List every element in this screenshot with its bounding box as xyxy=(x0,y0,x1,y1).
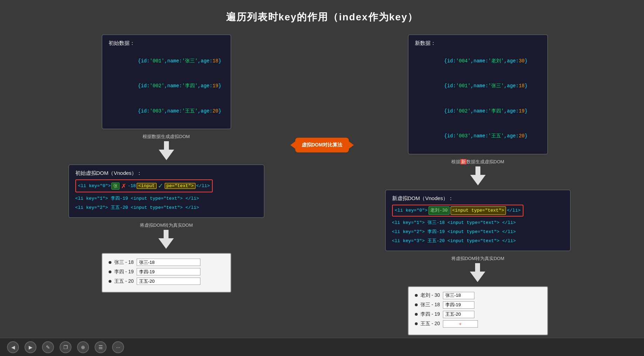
arrow1-left-label: 根据数据生成虚拟DOM xyxy=(143,134,190,140)
middle-comparison: 虚拟DOM对比算法 xyxy=(290,138,354,152)
dom-input-right-3[interactable] xyxy=(443,320,478,328)
dom-text-right-3: 王五 - 20 xyxy=(420,321,440,327)
arrow-shape-right-2 xyxy=(470,272,485,282)
red-char: 新 xyxy=(460,159,466,164)
dom-text-0: 张三 - 18 xyxy=(114,259,134,266)
right-vdom-box: 新虚拟DOM（Vnodes）： <li key="0"> 老刘-30 <inpu… xyxy=(385,190,571,251)
initial-data-line-1: {id:'002',name:'李四',age:19} xyxy=(109,74,224,98)
arrow1-right-label: 根据新数据生成虚拟DOM xyxy=(451,159,504,165)
dom-text-right-0: 老刘 - 30 xyxy=(420,292,440,299)
initial-data-box: 初始数据： {id:'001',name:'张三',age:18} {id:'0… xyxy=(102,34,231,129)
initial-data-line-2: {id:'003',name:'王五',age:20} xyxy=(109,99,224,124)
dom-input-2[interactable] xyxy=(137,278,200,285)
vdom-input-span: <input xyxy=(137,183,157,189)
dom-row-left-1: 李四 - 19 xyxy=(109,268,224,275)
right-vdom-name: 老刘-30 xyxy=(429,206,449,215)
right-vdom-title: 新虚拟DOM（Vnodes）： xyxy=(392,195,564,202)
initial-data-line-0: {id:'001',name:'张三',age:18} xyxy=(109,49,224,74)
right-vdom-input: <input type="text"> xyxy=(451,206,506,215)
comparison-text: 虚拟DOM对比算法 xyxy=(302,142,343,148)
dom-text-2: 王五 - 20 xyxy=(114,278,134,285)
new-data-line-1: {id:'001',name:'张三',age:18} xyxy=(415,74,541,98)
dom-row-right-0: 老刘 - 30 xyxy=(415,292,541,299)
right-vdom-li: <li key="0"> xyxy=(395,207,428,214)
new-data-title-text: 新数据： xyxy=(415,40,436,46)
bullet-right-0 xyxy=(415,294,418,297)
bullet-0 xyxy=(109,261,111,264)
prev-icon: ◀ xyxy=(11,344,15,350)
left-vdom-box: 初始虚拟DOM（Vnodes）： <li key="0"> 张 ✗ -18 <i… xyxy=(68,164,265,218)
next-icon: ▶ xyxy=(29,344,33,350)
arrow-stem-right-1 xyxy=(475,166,480,175)
right-vdom-highlighted-row: <li key="0"> 老刘-30 <input type="text"> <… xyxy=(392,205,564,217)
dom-row-right-1: 张三 - 18 xyxy=(415,301,541,309)
dom-text-right-1: 张三 - 18 xyxy=(420,302,440,308)
arrow-down-right-2: 将虚拟DOM转为真实DOM xyxy=(451,255,505,282)
new-data-line-2: {id:'002',name:'李四',age:19} xyxy=(415,99,541,124)
vdom-row-1: <li key="1"> 李四-19 <input type="text"> <… xyxy=(75,194,258,203)
left-column: 初始数据： {id:'001',name:'张三',age:18} {id:'0… xyxy=(18,34,315,336)
arrow-down-right-1: 根据新数据生成虚拟DOM xyxy=(451,159,504,185)
dom-input-right-0[interactable] xyxy=(443,292,474,299)
nav-copy-button[interactable]: ❐ xyxy=(60,341,71,353)
vdom-input-type: pe="text"> xyxy=(165,183,196,189)
bullet-2 xyxy=(109,280,111,283)
nav-prev-button[interactable]: ◀ xyxy=(7,341,19,353)
right-vdom-row-2: <li key="2"> 李四-19 <input type="text"> <… xyxy=(392,227,564,237)
bullet-right-2 xyxy=(415,313,418,316)
arrow-down-left-2: 将虚拟DOM转为真实DOM xyxy=(140,222,193,249)
main-container: 遍历列表时key的作用（index作为key） 初始数据： {id:'001',… xyxy=(0,0,644,356)
check-icon: ✓ xyxy=(158,181,163,191)
new-data-box: 新数据： {id:'004',name:'老刘',age:30} {id:'00… xyxy=(408,34,548,155)
dom-input-right-1[interactable] xyxy=(443,301,474,309)
arrow-shape-left-1 xyxy=(159,150,174,160)
menu-icon: ☰ xyxy=(98,344,103,350)
right-vdom-row-1: <li key="1"> 张三-18 <input type="text"> <… xyxy=(392,218,564,227)
vdom-row-2: <li key="2"> 王五-20 <input type="text"> <… xyxy=(75,203,258,212)
vdom-li-tag: <li key="0"> xyxy=(78,183,111,189)
dom-input-1[interactable] xyxy=(137,268,200,275)
dom-row-left-2: 王五 - 20 xyxy=(109,278,224,285)
new-data-line-0: {id:'004',name:'老刘',age:30} xyxy=(415,49,541,74)
right-vdom-row-3: <li key="3"> 王五-20 <input type="text"> <… xyxy=(392,237,564,246)
nav-more-button[interactable]: ··· xyxy=(112,341,124,353)
bullet-right-3 xyxy=(415,322,418,325)
arrow2-left-label: 将虚拟DOM转为真实DOM xyxy=(140,222,193,228)
cross-icon: ✗ xyxy=(121,181,126,191)
dom-text-right-2: 李四 - 19 xyxy=(420,311,440,317)
arrow-stem-right-2 xyxy=(475,263,480,272)
nav-menu-button[interactable]: ☰ xyxy=(95,341,107,353)
copy-icon: ❐ xyxy=(63,344,68,350)
left-dom-result-box: 张三 - 18 李四 - 19 王五 - 20 xyxy=(102,253,231,293)
bullet-1 xyxy=(109,271,111,273)
arrow-down-left-1: 根据数据生成虚拟DOM xyxy=(143,134,190,160)
dom-input-0[interactable] xyxy=(137,259,200,266)
vdom-li-close: </li> xyxy=(196,183,210,189)
right-arrow-icon xyxy=(348,141,354,149)
vdom-age: -18 xyxy=(128,183,136,189)
nav-edit-button[interactable]: ✎ xyxy=(42,341,54,353)
nav-bar: ◀ ▶ ✎ ❐ ⊕ ☰ ··· xyxy=(0,338,644,356)
right-vdom-end: </li> xyxy=(507,207,521,214)
arrow-stem-left-2 xyxy=(164,230,169,238)
initial-data-title: 初始数据： xyxy=(109,40,224,47)
dom-input-right-2[interactable] xyxy=(443,311,474,318)
comparison-label: 虚拟DOM对比算法 xyxy=(295,138,349,152)
page-title: 遍历列表时key的作用（index作为key） xyxy=(18,11,626,24)
nav-next-button[interactable]: ▶ xyxy=(25,341,36,353)
new-data-title: 新数据： xyxy=(415,40,541,47)
arrow-shape-right-1 xyxy=(470,175,486,185)
vdom-name-span: 张 xyxy=(111,183,119,190)
edit-icon: ✎ xyxy=(46,344,50,350)
dom-row-right-3: 王五 - 20 xyxy=(415,320,541,328)
vdom-highlighted-row: <li key="0"> 张 ✗ -18 <input ✓ pe="text">… xyxy=(75,179,258,192)
dom-row-right-2: 李四 - 19 xyxy=(415,311,541,318)
nav-zoom-button[interactable]: ⊕ xyxy=(77,341,89,353)
arrow2-right-label: 将虚拟DOM转为真实DOM xyxy=(451,255,505,262)
left-vdom-title: 初始虚拟DOM（Vnodes）： xyxy=(75,170,258,177)
dom-row-left-0: 张三 - 18 xyxy=(109,259,224,266)
arrow-stem-left-1 xyxy=(164,141,169,150)
more-icon: ··· xyxy=(116,344,120,350)
arrow-shape-left-2 xyxy=(158,238,174,249)
right-dom-result-box: 老刘 - 30 张三 - 18 李四 - 19 王五 - 20 xyxy=(408,286,548,335)
